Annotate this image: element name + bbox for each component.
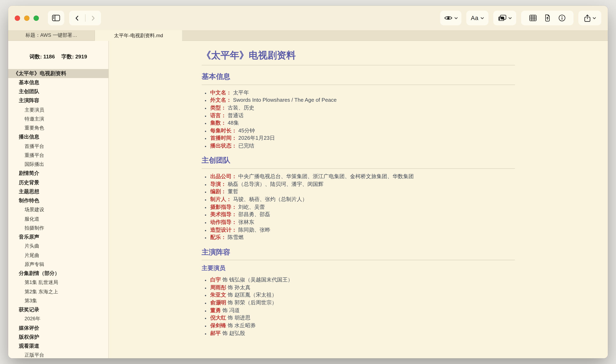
list-item-value: 饰 孙太真 xyxy=(226,284,250,290)
outline-item[interactable]: 剧情简介 xyxy=(8,169,108,178)
list-item-term: 中文名： xyxy=(210,89,232,95)
outline-item[interactable]: 首播平台 xyxy=(8,142,108,151)
outline-item[interactable]: 第1集 乱世迷局 xyxy=(8,278,108,287)
outline-item-label: 历史背景 xyxy=(19,179,39,186)
outline-item[interactable]: 观看渠道 xyxy=(8,342,108,351)
list-item-value: 马骏、杨蓓、张灼（总制片人） xyxy=(232,196,307,202)
tab-taipingnian-document[interactable]: 太平年-电视剧资料.md xyxy=(95,30,182,41)
outline-item[interactable]: 历史背景 xyxy=(8,178,108,187)
outline-item-label: 首播平台 xyxy=(25,143,44,150)
list-item: 每集时长： 45分钟 xyxy=(210,128,515,134)
back-button[interactable] xyxy=(69,11,85,25)
view-options-button[interactable] xyxy=(440,11,461,25)
list-item-term: 美术指导： xyxy=(210,211,237,218)
outline-item[interactable]: 正版平台 xyxy=(8,351,108,359)
outline-item[interactable]: 2026年 xyxy=(8,314,108,324)
list-item-term: 导演： xyxy=(210,181,226,187)
document-stats: 词数: 1186 字数: 2919 xyxy=(8,53,108,61)
list-item-value: 已完结 xyxy=(237,143,254,149)
list-item-value: 太平年 xyxy=(232,89,249,95)
list-item: 制片人： 马骏、杨蓓、张灼（总制片人） xyxy=(210,196,515,203)
editor-content[interactable]: 《太平年》电视剧资料 基本信息 中文名： 太平年 外文名： Swords Int… xyxy=(109,41,608,358)
insert-table-button[interactable] xyxy=(529,15,536,21)
list-item: 语言： 普通话 xyxy=(210,112,515,119)
outline-item[interactable]: 原声专辑 xyxy=(8,260,108,269)
divider xyxy=(202,84,515,85)
list-item-value: 陈雪燃 xyxy=(226,234,244,240)
divider xyxy=(202,65,515,65)
list-item: 俞灏明 饰 郭荣（后周世宗） xyxy=(210,299,515,306)
list-item: 类型： 古装、历史 xyxy=(210,104,515,111)
outline-item-label: 剧情简介 xyxy=(19,170,39,177)
outline-item[interactable]: 场景建设 xyxy=(8,206,108,215)
export-document-button[interactable] xyxy=(544,14,550,22)
outline-item[interactable]: 国际播出 xyxy=(8,160,108,169)
outline-item[interactable]: 第2集 东海之上 xyxy=(8,287,108,296)
outline-item-label: 第2集 东海之上 xyxy=(25,288,58,295)
outline-sidebar: 词数: 1186 字数: 2919 《太平年》电视剧资料 基本信息 xyxy=(8,41,109,358)
outline-item-label: 基本信息 xyxy=(19,79,39,86)
outline-item-label: 《太平年》电视剧资料 xyxy=(13,70,66,77)
nav-buttons xyxy=(69,11,101,25)
outline-item[interactable]: 拍摄制作 xyxy=(8,224,108,233)
forward-button[interactable] xyxy=(85,11,101,25)
list-item-value: 邵昌勇、邵磊 xyxy=(237,211,270,218)
tab-aws-document[interactable]: 标题：AWS 一键部署… xyxy=(8,30,95,41)
outline-item[interactable]: 特邀主演 xyxy=(8,115,108,124)
outline-item[interactable]: 片尾曲 xyxy=(8,251,108,260)
zoom-button[interactable] xyxy=(34,15,39,21)
list-item: 集数： 48集 xyxy=(210,120,515,126)
info-button[interactable] xyxy=(558,14,565,22)
outline-item-label: 主题思想 xyxy=(19,188,39,195)
section-heading-basic-info: 基本信息 xyxy=(202,72,515,81)
outline-item[interactable]: 制作特色 xyxy=(8,196,108,206)
outline-item[interactable]: 第3集 xyxy=(8,296,108,306)
list-item-value: 普通话 xyxy=(226,112,244,118)
outline-item[interactable]: 音乐原声 xyxy=(8,233,108,242)
forward-icon xyxy=(91,15,95,21)
outline-item[interactable]: 版权保护 xyxy=(8,333,108,342)
list-item: 动作指导： 张林东 xyxy=(210,219,515,226)
outline-item[interactable]: 基本信息 xyxy=(8,78,108,87)
toolbar: Aa xyxy=(8,6,608,30)
outline-item[interactable]: 服化道 xyxy=(8,214,108,224)
list-item-term: 集数： xyxy=(210,120,226,126)
char-count: 字数: 2919 xyxy=(61,53,87,61)
outline-item[interactable]: 获奖记录 xyxy=(8,305,108,314)
outline-item[interactable]: 播出信息 xyxy=(8,133,108,142)
chevron-down-icon xyxy=(454,17,457,19)
outline-item[interactable]: 重要角色 xyxy=(8,124,108,133)
tab-bar: 标题：AWS 一键部署… 太平年-电视剧资料.md xyxy=(8,30,608,41)
list-item-term: 董勇 xyxy=(210,307,221,313)
outline-item[interactable]: 主演阵容 xyxy=(8,96,108,106)
typography-button[interactable]: Aa xyxy=(466,11,488,25)
outline-item[interactable]: 主要演员 xyxy=(8,105,108,115)
list-item-value: 饰 胡进思 xyxy=(226,315,250,321)
list-item-value: 饰 水丘昭券 xyxy=(226,322,256,328)
section-heading-crew: 主创团队 xyxy=(202,156,515,165)
list-item-value: 48集 xyxy=(226,120,239,126)
outline-item[interactable]: 《太平年》电视剧资料 xyxy=(8,69,108,78)
outline-item[interactable]: 主创团队 xyxy=(8,87,108,96)
outline-item[interactable]: 媒体评价 xyxy=(8,324,108,333)
outline-item[interactable]: 分集剧情（部分） xyxy=(8,269,108,278)
outline-item-label: 主要演员 xyxy=(25,106,44,113)
outline-item[interactable]: 主题思想 xyxy=(8,187,108,196)
list-item-term: 摄影指导： xyxy=(210,204,237,210)
list-item-term: 配乐： xyxy=(210,234,226,240)
list-item-value: 饰 赵匡胤（宋太祖） xyxy=(226,292,277,298)
share-button[interactable] xyxy=(578,11,601,25)
outline-item[interactable]: 重播平台 xyxy=(8,151,108,160)
close-button[interactable] xyxy=(15,15,20,21)
outline-item-label: 国际播出 xyxy=(25,161,44,168)
outline-item-label: 拍摄制作 xyxy=(25,225,44,232)
list-item: 造型设计： 陈同勋、张晔 xyxy=(210,227,515,233)
list-item: 朱亚文 饰 赵匡胤（宋太祖） xyxy=(210,292,515,299)
photos-icon xyxy=(498,15,506,21)
minimize-button[interactable] xyxy=(24,15,29,21)
insert-photo-button[interactable] xyxy=(493,11,516,25)
outline-item-label: 第1集 乱世迷局 xyxy=(25,279,58,286)
sidebar-toggle-button[interactable] xyxy=(48,11,64,25)
list-item: 郝平 饰 赵弘殷 xyxy=(210,330,515,337)
outline-item[interactable]: 片头曲 xyxy=(8,242,108,251)
